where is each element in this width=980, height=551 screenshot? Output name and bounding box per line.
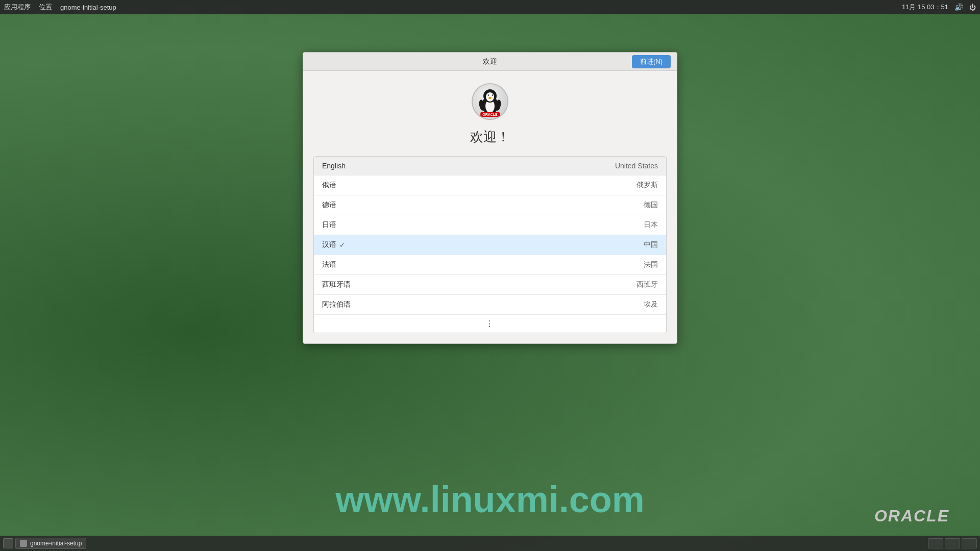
list-item[interactable]: 俄语 俄罗斯 — [314, 176, 666, 195]
taskbar-right — [928, 538, 977, 548]
dialog-window: 欢迎 前进(N) — [303, 52, 677, 344]
speaker-icon[interactable]: 🔊 — [954, 3, 963, 11]
watermark-text: www.linuxmi.com — [335, 479, 644, 520]
taskbar-btn-1[interactable] — [928, 538, 943, 548]
oracle-logo-text: ORACLE — [874, 507, 949, 525]
language-header-name: English — [322, 162, 346, 170]
lang-region-es: 西班牙 — [636, 280, 658, 289]
welcome-title: 欢迎！ — [313, 128, 667, 146]
list-item[interactable]: 阿拉伯语 埃及 — [314, 295, 666, 315]
lang-name-es: 西班牙语 — [322, 280, 351, 289]
menubar: 应用程序 位置 gnome-initial-setup 11月 15 03：51… — [0, 0, 980, 14]
more-dots-icon: ⋮ — [485, 319, 495, 329]
lang-region-ru: 俄罗斯 — [636, 181, 658, 190]
menubar-clock: 11月 15 03：51 — [902, 3, 948, 12]
dialog-title: 欢迎 — [430, 57, 550, 66]
taskbar-window-icon — [20, 540, 27, 547]
oracle-logo: ORACLE — [874, 507, 949, 525]
svg-point-6 — [488, 94, 489, 95]
taskbar-window-label: gnome-initial-setup — [30, 540, 82, 547]
lang-name-ja: 日语 — [322, 220, 336, 230]
menubar-app-menu[interactable]: 应用程序 — [4, 3, 31, 12]
avatar-inner: ORACLE — [473, 84, 507, 119]
svg-point-8 — [488, 97, 492, 99]
taskbar: gnome-initial-setup — [0, 536, 980, 551]
lang-name-ar: 阿拉伯语 — [322, 300, 351, 309]
lang-name-de: 德语 — [322, 201, 336, 210]
list-item[interactable]: 日语 日本 — [314, 215, 666, 235]
menubar-right: 11月 15 03：51 🔊 ⏻ — [902, 3, 976, 12]
lang-region-ar: 埃及 — [644, 300, 658, 309]
dialog-content: ORACLE 欢迎！ English United States 俄语 俄罗斯 … — [303, 71, 677, 343]
avatar-container: ORACLE — [313, 83, 667, 120]
more-languages-button[interactable]: ⋮ — [314, 315, 666, 333]
lang-region-zh: 中国 — [644, 240, 658, 249]
list-item[interactable]: 西班牙语 西班牙 — [314, 275, 666, 295]
avatar: ORACLE — [472, 83, 508, 120]
menubar-left: 应用程序 位置 gnome-initial-setup — [4, 3, 116, 12]
next-button[interactable]: 前进(N) — [632, 55, 671, 68]
svg-point-7 — [492, 94, 493, 95]
taskbar-window-item[interactable]: gnome-initial-setup — [15, 538, 86, 549]
lang-region-de: 德国 — [644, 201, 658, 210]
lang-name-fr: 法语 — [322, 260, 336, 269]
list-item-selected[interactable]: 汉语 ✓ 中国 — [314, 235, 666, 255]
oracle-avatar-badge: ORACLE — [480, 112, 500, 117]
lang-name-zh: 汉语 ✓ — [322, 240, 345, 249]
list-item[interactable]: 德语 德国 — [314, 195, 666, 215]
menubar-app-title: gnome-initial-setup — [60, 4, 116, 11]
dialog-titlebar: 欢迎 前进(N) — [303, 53, 677, 71]
language-header-region: United States — [615, 162, 658, 170]
taskbar-btn-3[interactable] — [962, 538, 977, 548]
taskbar-menu-button[interactable] — [3, 538, 13, 548]
taskbar-btn-2[interactable] — [945, 538, 960, 548]
list-item[interactable]: 法语 法国 — [314, 255, 666, 275]
lang-region-fr: 法国 — [644, 260, 658, 269]
power-icon[interactable]: ⏻ — [969, 4, 976, 11]
language-header-row[interactable]: English United States — [314, 157, 666, 176]
menubar-places-menu[interactable]: 位置 — [39, 3, 52, 12]
language-list: English United States 俄语 俄罗斯 德语 德国 日语 日本… — [313, 156, 667, 333]
lang-region-ja: 日本 — [644, 220, 658, 230]
checkmark-icon: ✓ — [339, 241, 345, 249]
lang-name-ru: 俄语 — [322, 181, 336, 190]
